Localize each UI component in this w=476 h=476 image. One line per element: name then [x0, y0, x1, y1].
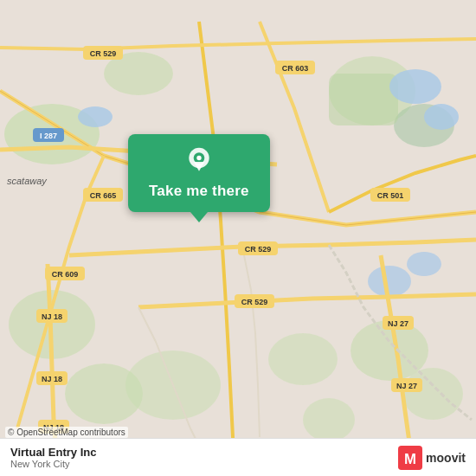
svg-text:CR 529: CR 529: [90, 49, 117, 58]
svg-text:CR 529: CR 529: [245, 245, 272, 254]
svg-text:CR 609: CR 609: [52, 270, 79, 279]
svg-point-15: [368, 266, 411, 297]
svg-point-10: [402, 368, 463, 420]
svg-text:NJ 27: NJ 27: [396, 382, 417, 390]
svg-rect-4: [329, 74, 398, 125]
svg-text:CR 529: CR 529: [241, 298, 268, 306]
svg-text:I 287: I 287: [40, 132, 57, 140]
map-svg: CR 529 CR 603 I 287 I 2 CR 665 CR 501 CR…: [0, 0, 476, 476]
svg-text:NJ 18: NJ 18: [42, 312, 62, 321]
moovit-logo[interactable]: M moovit: [398, 446, 466, 470]
svg-text:CR 501: CR 501: [377, 191, 404, 200]
svg-point-48: [196, 156, 201, 160]
map-container: CR 529 CR 603 I 287 I 2 CR 665 CR 501 CR…: [0, 0, 476, 476]
attribution: © OpenStreetMap contributors: [5, 427, 128, 438]
svg-point-11: [303, 398, 355, 441]
place-name: Virtual Entry Inc: [10, 446, 398, 459]
svg-text:CR 665: CR 665: [90, 191, 117, 200]
svg-point-14: [424, 104, 459, 130]
place-info: Virtual Entry Inc New York City: [10, 446, 398, 469]
tooltip-card[interactable]: Take me there: [128, 134, 270, 212]
svg-text:NJ 27: NJ 27: [388, 319, 408, 328]
svg-text:NJ 18: NJ 18: [42, 375, 62, 383]
svg-text:M: M: [404, 450, 416, 466]
place-city: New York City: [10, 459, 398, 469]
svg-text:scataway: scataway: [7, 176, 48, 186]
moovit-text: moovit: [426, 451, 466, 465]
bottom-bar: Virtual Entry Inc New York City M moovit: [0, 438, 476, 476]
svg-point-16: [407, 252, 441, 276]
moovit-icon: M: [398, 446, 422, 470]
svg-point-8: [268, 333, 338, 385]
svg-point-12: [78, 106, 113, 127]
location-pin-icon: [183, 146, 215, 177]
take-me-there-button[interactable]: Take me there: [149, 183, 249, 200]
svg-text:CR 603: CR 603: [282, 64, 309, 73]
svg-point-13: [389, 69, 441, 104]
